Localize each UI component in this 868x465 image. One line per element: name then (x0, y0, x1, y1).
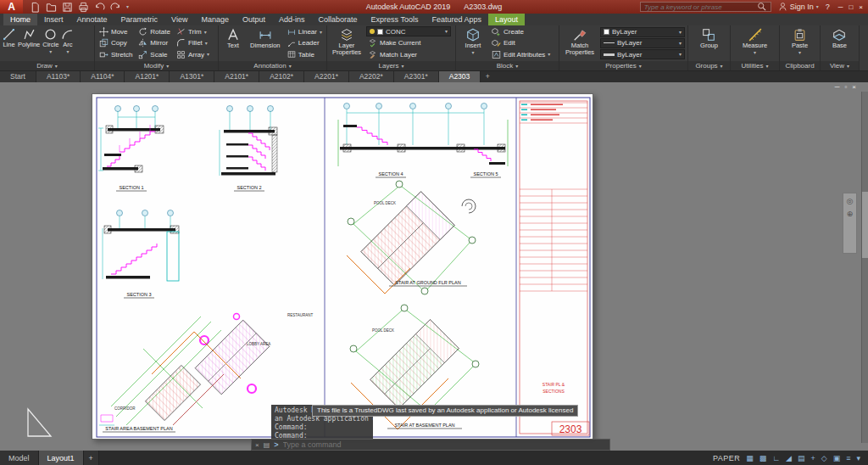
ribbon-tab-express-tools[interactable]: Express Tools (364, 14, 426, 25)
search-input[interactable] (644, 3, 754, 11)
redo-icon[interactable] (110, 2, 121, 13)
chevron-down-icon[interactable]: ▾ (204, 30, 207, 35)
panel-label-view[interactable]: View▾ (821, 61, 859, 70)
scale-button[interactable]: Scale (136, 49, 172, 60)
object-color-dropdown[interactable]: ByLayer▾ (600, 27, 685, 37)
leader-button[interactable]: Leader (286, 37, 324, 48)
search-icon[interactable] (757, 2, 767, 12)
edit-block-button[interactable]: Edit (490, 37, 552, 48)
open-file-icon[interactable] (46, 2, 57, 13)
viewport-minimize-button[interactable]: ─ (835, 83, 840, 91)
linear-button[interactable]: Linear▾ (286, 26, 324, 37)
arc-button[interactable]: Arc ▾ (61, 26, 74, 60)
create-block-button[interactable]: Create (490, 26, 552, 37)
plot-icon[interactable] (78, 2, 89, 13)
vertical-scrollbar-thumb[interactable] (862, 192, 868, 258)
autocad-logo[interactable]: A (0, 0, 23, 14)
edit-attributes-button[interactable]: Edit Attributes▾ (490, 49, 552, 60)
drawing-canvas[interactable]: SECTION 1 SECTION 2 (92, 94, 594, 440)
polyline-button[interactable]: Polyline (18, 26, 40, 60)
window-minimize-button[interactable]: ─ (838, 3, 843, 11)
panel-label-utilities[interactable]: Utilities▾ (731, 61, 779, 70)
rotate-button[interactable]: Rotate (136, 26, 172, 37)
ribbon-tab-annotate[interactable]: Annotate (70, 14, 114, 25)
ribbon-tab-view[interactable]: View (164, 14, 194, 25)
new-drawing-tab-button[interactable]: + (481, 71, 494, 82)
file-tab[interactable]: A2101* (214, 71, 259, 82)
file-tab[interactable]: A1201* (125, 71, 170, 82)
workspace-switching-icon[interactable]: ≡ (846, 454, 850, 462)
mirror-button[interactable]: Mirror (136, 37, 172, 48)
command-input[interactable] (283, 440, 607, 449)
paste-button[interactable]: Paste ▾ (792, 26, 808, 60)
file-tab[interactable]: A2202* (349, 71, 394, 82)
ribbon-tab-insert[interactable]: Insert (37, 14, 70, 25)
layer-dropdown[interactable]: CONC ▾ (366, 26, 451, 36)
panel-label-groups[interactable]: Groups▾ (688, 61, 730, 70)
array-button[interactable]: Array▾ (175, 49, 211, 60)
paper-space-indicator[interactable]: PAPER (713, 454, 740, 462)
sign-in-button[interactable]: Sign In ▾ (778, 2, 819, 12)
panel-label-layers[interactable]: Layers▾ (327, 61, 455, 70)
file-tab[interactable]: A2301* (394, 71, 439, 82)
ribbon-tab-collaborate[interactable]: Collaborate (312, 14, 364, 25)
chevron-down-icon[interactable]: ▾ (548, 52, 550, 57)
ortho-icon[interactable]: ∟ (772, 454, 780, 462)
vertical-scrollbar[interactable] (861, 92, 868, 443)
ribbon-tab-output[interactable]: Output (236, 14, 272, 25)
text-button[interactable]: Text (221, 26, 245, 60)
ribbon-tab-layout[interactable]: Layout (488, 14, 525, 25)
annotation-scale-icon[interactable]: ▣ (833, 454, 841, 462)
chevron-down-icon[interactable]: ▾ (66, 49, 69, 54)
ribbon-tab-home[interactable]: Home (3, 14, 37, 25)
file-tab[interactable]: A2201* (304, 71, 349, 82)
layer-properties-button[interactable]: Layer Properties (330, 26, 364, 60)
isodraft-icon[interactable]: ◇ (821, 454, 827, 462)
panel-label-clipboard[interactable]: Clipboard (780, 61, 820, 70)
polar-tracking-icon[interactable]: ◢ (786, 454, 792, 462)
ribbon-tab-featured-apps[interactable]: Featured Apps (425, 14, 488, 25)
customization-icon[interactable]: ▾ (856, 454, 860, 462)
panel-label-draw[interactable]: Draw▾ (0, 61, 94, 70)
circle-button[interactable]: Circle ▾ (42, 26, 58, 60)
file-tab-start[interactable]: Start (0, 71, 36, 82)
drawing-viewport[interactable]: ─ ▫ × (0, 82, 868, 451)
move-button[interactable]: Move (97, 26, 134, 37)
make-current-button[interactable]: Make Current (366, 37, 451, 48)
grid-icon[interactable]: ▦ (746, 454, 754, 462)
file-tab[interactable]: A1104* (81, 71, 125, 82)
window-close-button[interactable]: × (859, 3, 863, 11)
chevron-down-icon[interactable]: ▾ (471, 50, 474, 55)
file-tab[interactable]: A1301* (170, 71, 214, 82)
chevron-down-icon[interactable]: ▾ (320, 30, 322, 35)
match-layer-button[interactable]: Match Layer (366, 49, 451, 60)
chevron-down-icon[interactable]: ▾ (49, 49, 52, 54)
new-layout-button[interactable]: + (84, 451, 99, 465)
lineweight-dropdown[interactable]: ByLayer▾ (600, 49, 685, 59)
chevron-down-icon[interactable]: ▾ (207, 52, 209, 57)
chevron-down-icon[interactable]: ▾ (126, 4, 129, 9)
base-view-button[interactable]: Base (832, 26, 847, 60)
snap-mode-icon[interactable]: ▩ (760, 454, 767, 462)
panel-label-properties[interactable]: Properties▾ (559, 61, 687, 70)
undo-icon[interactable] (94, 2, 105, 13)
help-icon[interactable]: ? (826, 3, 830, 11)
fillet-button[interactable]: Fillet▾ (175, 37, 211, 48)
dimension-button[interactable]: Dimension (248, 26, 283, 60)
table-button[interactable]: Table (286, 49, 324, 60)
linetype-dropdown[interactable]: ByLayer▾ (600, 38, 685, 48)
model-tab[interactable]: Model (0, 451, 39, 465)
viewport-close-button[interactable]: × (852, 83, 856, 91)
measure-button[interactable]: Measure ▾ (743, 26, 767, 60)
file-tab-active[interactable]: A2303 (439, 71, 481, 82)
file-tab[interactable]: A1103* (36, 71, 81, 82)
group-button[interactable]: Group (700, 26, 718, 60)
object-snap-tracking-icon[interactable]: + (811, 454, 815, 462)
ribbon-tab-manage[interactable]: Manage (194, 14, 236, 25)
object-snap-icon[interactable]: ▤ (798, 454, 805, 462)
layout1-tab[interactable]: Layout1 (39, 451, 84, 465)
command-line-bar[interactable]: × ▤ > (251, 439, 610, 451)
new-file-icon[interactable] (30, 2, 41, 13)
command-customize-icon[interactable]: ▤ (264, 441, 270, 449)
chevron-down-icon[interactable]: ▾ (754, 50, 756, 55)
